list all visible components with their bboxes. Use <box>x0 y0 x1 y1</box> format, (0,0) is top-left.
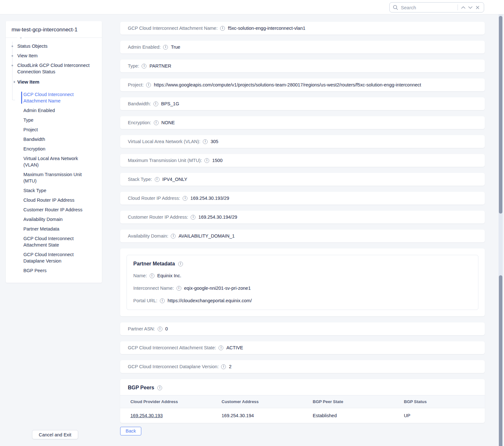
detail-panel: GCP Cloud Interconnect Attachment Name: … <box>120 22 485 435</box>
field-label: Bandwidth: <box>128 101 151 106</box>
field-value: BPS_1G <box>161 101 179 106</box>
sidebar-subitem-customer-router-ip[interactable]: Customer Router IP Address <box>23 207 94 213</box>
field-label: Name: <box>133 273 147 278</box>
find-search-widget[interactable] <box>389 2 484 12</box>
field-row-admin-enabled: Admin Enabled: True <box>120 41 485 53</box>
info-icon[interactable] <box>157 385 162 390</box>
sidebar-item-status-objects[interactable]: Status Objects <box>6 43 97 49</box>
back-button[interactable]: Back <box>120 427 141 435</box>
info-icon[interactable] <box>171 234 176 239</box>
info-icon[interactable] <box>183 196 187 201</box>
field-label: Cloud Router IP Address: <box>128 196 180 201</box>
sidebar-subitem-bgp-peers[interactable]: BGP Peers <box>23 267 94 274</box>
bgp-peer-state-cell: Established <box>302 408 394 423</box>
field-row-project: Project: https://www.googleapis.com/comp… <box>120 78 485 91</box>
sidebar-item-view-item-2[interactable]: View Item <box>6 79 97 85</box>
partner-metadata-card: Partner Metadata Name: Equinix Inc. Inte… <box>120 248 485 316</box>
field-label: Project: <box>128 82 144 87</box>
field-label: Interconnect Name: <box>133 286 174 291</box>
bgp-peers-card: BGP Peers Cloud Provider Address Custome… <box>120 379 485 423</box>
field-label: Availability Domain: <box>128 233 168 239</box>
field-label: GCP Cloud Interconnect Attachment State: <box>128 345 216 350</box>
sidebar-item-view-item-1[interactable]: View Item <box>6 53 97 59</box>
sidebar-item-cloudlink-connection-status[interactable]: CloudLink GCP Cloud Interconnect Connect… <box>6 62 97 75</box>
sidebar-subitem-project[interactable]: Project <box>23 126 94 133</box>
find-previous-button[interactable] <box>460 4 467 11</box>
field-label: GCP Cloud Interconnect Dataplane Version… <box>128 364 219 369</box>
info-icon[interactable] <box>155 177 160 182</box>
field-value: AVAILABILITY_DOMAIN_1 <box>178 233 235 239</box>
find-next-button[interactable] <box>467 4 474 11</box>
close-search-button[interactable] <box>474 4 481 11</box>
info-icon[interactable] <box>158 327 162 331</box>
field-label: Virtual Local Area Network (VLAN): <box>128 139 200 144</box>
sidebar-subitem-bandwidth[interactable]: Bandwidth <box>23 136 94 142</box>
field-row-type: Type: PARTNER <box>120 60 485 72</box>
sidebar-subitem-cloud-router-ip[interactable]: Cloud Router IP Address <box>23 197 94 203</box>
field-value: 305 <box>211 139 218 144</box>
sidebar-subitem-partner-metadata[interactable]: Partner Metadata <box>23 226 94 232</box>
tree-elbow-connector <box>12 97 15 100</box>
info-icon[interactable] <box>191 215 195 220</box>
field-row-availability-domain: Availability Domain: AVAILABILITY_DOMAIN… <box>120 230 485 242</box>
chevron-up-icon <box>461 6 466 9</box>
field-value: True <box>171 45 180 50</box>
info-icon[interactable] <box>221 364 226 369</box>
field-value: 169.254.30.193/29 <box>190 196 229 201</box>
sidebar-subitem-attachment-state[interactable]: GCP Cloud Interconnect Attachment State <box>23 235 94 248</box>
field-row-mtu: Maximum Transmission Unit (MTU): 1500 <box>120 154 485 167</box>
field-value: eqix-google-nni201-sv-pri-zone1 <box>184 286 251 291</box>
bgp-table-header-row: Cloud Provider Address Customer Address … <box>120 395 485 408</box>
customer-address-cell: 169.254.30.194 <box>211 408 303 423</box>
sidebar-subitem-admin-enabled[interactable]: Admin Enabled <box>23 107 94 114</box>
scrollbar-thumb-upper[interactable] <box>499 16 502 214</box>
field-row-dataplane-version: GCP Cloud Interconnect Dataplane Version… <box>120 360 485 373</box>
field-value: 2 <box>229 364 231 369</box>
sidebar-subitem-mtu[interactable]: Maximum Transmission Unit (MTU) <box>23 171 94 184</box>
field-row-attachment-state: GCP Cloud Interconnect Attachment State:… <box>120 341 485 354</box>
search-divider <box>458 4 458 10</box>
info-icon[interactable] <box>160 298 165 303</box>
sidebar-subitem-gcp-attachment-name[interactable]: GCP Cloud Interconnect Attachment Name <box>23 91 94 104</box>
field-value: 1500 <box>212 158 222 163</box>
sidebar-subitem-encryption[interactable]: Encryption <box>23 146 94 152</box>
info-icon[interactable] <box>154 120 159 125</box>
search-icon <box>393 5 398 10</box>
view-item-subtree: GCP Cloud Interconnect Attachment Name A… <box>6 88 97 274</box>
field-value: ACTIVE <box>226 345 243 350</box>
field-label: Encryption: <box>128 120 151 125</box>
info-icon[interactable] <box>150 273 154 278</box>
sidebar-subitem-dataplane-version[interactable]: GCP Cloud Interconnect Dataplane Version <box>23 251 94 264</box>
field-value: https://cloudexchangeportal.equinix.com/ <box>168 298 252 303</box>
info-icon[interactable] <box>146 83 151 87</box>
info-icon[interactable] <box>163 45 168 50</box>
column-header-bgp-peer-state: BGP Peer State <box>302 395 394 408</box>
close-icon <box>476 6 479 9</box>
info-icon[interactable] <box>204 158 209 163</box>
field-row-cloud-router-ip: Cloud Router IP Address: 169.254.30.193/… <box>120 192 485 205</box>
field-label: Partner ASN: <box>128 326 155 331</box>
partner-metadata-title: Partner Metadata <box>133 261 175 267</box>
navigation-tree: Status Objects View Item CloudLink GCP C… <box>6 38 102 274</box>
sidebar-subitem-type[interactable]: Type <box>23 117 94 123</box>
cancel-and-exit-button[interactable]: Cancel and Exit <box>32 430 78 439</box>
pm-field-name: Name: Equinix Inc. <box>133 272 472 279</box>
search-input[interactable] <box>401 5 456 10</box>
field-value: https://www.googleapis.com/compute/v1/pr… <box>154 82 421 87</box>
info-icon[interactable] <box>220 26 225 31</box>
field-label: Portal URL: <box>133 298 157 303</box>
info-icon[interactable] <box>142 64 146 69</box>
cloud-provider-address-link[interactable]: 169.254.30.193 <box>130 413 163 418</box>
table-row: 169.254.30.193 169.254.30.194 Establishe… <box>120 408 485 423</box>
info-icon[interactable] <box>203 139 208 144</box>
info-icon[interactable] <box>177 286 181 291</box>
info-icon[interactable] <box>153 101 158 106</box>
field-value: PARTNER <box>149 63 171 69</box>
info-icon[interactable] <box>219 345 223 350</box>
info-icon[interactable] <box>178 262 183 266</box>
scrollbar-thumb-lower[interactable] <box>499 275 502 446</box>
sidebar-subitem-vlan[interactable]: Virtual Local Area Network (VLAN) <box>23 155 94 168</box>
field-label: Type: <box>128 63 139 69</box>
sidebar-subitem-availability-domain[interactable]: Availability Domain <box>23 216 94 223</box>
sidebar-subitem-stack-type[interactable]: Stack Type <box>23 187 94 194</box>
